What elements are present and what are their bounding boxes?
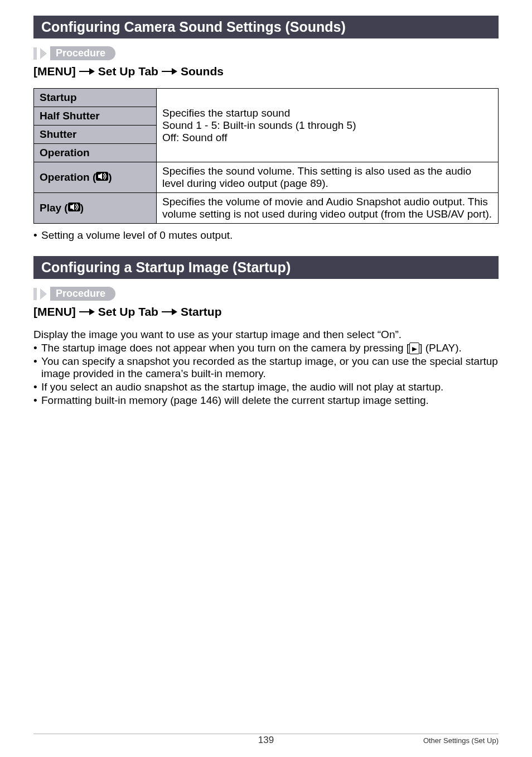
svg-marker-0: [40, 48, 47, 59]
menu-token: [MENU]: [33, 305, 76, 319]
bullet-list: • The startup image does not appear when…: [33, 342, 499, 407]
bullet-line: • The startup image does not appear when…: [33, 342, 499, 354]
bullet-dot: •: [33, 229, 41, 242]
table-row: Operation () Specifies the sound volume.…: [34, 162, 499, 193]
menu-token: Sounds: [181, 65, 224, 78]
menu-token: Startup: [181, 305, 222, 319]
accent-bar: [33, 288, 37, 300]
desc-line: Specifies the startup sound: [162, 107, 492, 119]
label-text: Play (: [40, 202, 68, 214]
text-frag: The startup image does not appear when y…: [41, 342, 409, 354]
procedure-label: Procedure: [50, 46, 115, 60]
label-text: Operation (: [40, 171, 96, 183]
chevron-right-icon: [40, 288, 47, 300]
bullet-line: • Formatting built-in memory (page 146) …: [33, 394, 499, 407]
row-label-half-shutter: Half Shutter: [34, 107, 157, 126]
bullet-line: • You can specify a snapshot you recorde…: [33, 355, 499, 380]
operation-volume-desc: Specifies the sound volume. This setting…: [157, 162, 499, 193]
menu-path-sounds: [MENU] Set Up Tab Sounds: [33, 65, 499, 78]
row-label-startup: Startup: [34, 89, 157, 107]
arrow-right-icon: [162, 65, 177, 78]
bullet-text: The startup image does not appear when y…: [41, 342, 462, 354]
menu-token: [MENU]: [33, 65, 76, 78]
svg-marker-11: [89, 308, 95, 315]
startup-intro: Display the image you want to use as you…: [33, 329, 499, 341]
menu-token: Set Up Tab: [98, 305, 158, 319]
sounds-table: Startup Specifies the startup sound Soun…: [33, 88, 499, 224]
row-label-shutter: Shutter: [34, 126, 157, 144]
accent-bar: [33, 47, 37, 60]
footer-section-label: Other Settings (Set Up): [423, 736, 499, 745]
text-frag: ] (PLAY).: [419, 342, 462, 354]
menu-path-startup: [MENU] Set Up Tab Startup: [33, 305, 499, 319]
page-footer: 139 Other Settings (Set Up): [33, 734, 499, 745]
bullet-text: If you select an audio snapshot as the s…: [41, 381, 443, 393]
desc-line: Sound 1 - 5: Built-in sounds (1 through …: [162, 119, 492, 132]
page-number: 139: [258, 735, 274, 746]
procedure-label: Procedure: [50, 287, 115, 301]
bullet-text: You can specify a snapshot you recorded …: [41, 355, 499, 380]
row-label-operation-volume: Operation (): [34, 162, 157, 193]
svg-marker-13: [172, 308, 177, 315]
bullet-line: • Setting a volume level of 0 mutes outp…: [33, 229, 499, 242]
bullet-dot: •: [33, 342, 41, 354]
bullet-line: • If you select an audio snapshot as the…: [33, 381, 499, 393]
chevron-right-icon: [40, 48, 47, 59]
svg-marker-4: [172, 68, 177, 75]
arrow-right-icon: [79, 65, 95, 78]
bullet-dot: •: [33, 381, 41, 393]
section-heading-sounds: Configuring Camera Sound Settings (Sound…: [33, 16, 499, 38]
svg-marker-2: [89, 68, 95, 75]
svg-marker-14: [412, 347, 417, 351]
arrow-right-icon: [79, 305, 95, 319]
volume-icon: [68, 202, 80, 214]
menu-token: Set Up Tab: [98, 65, 158, 78]
table-row: Startup Specifies the startup sound Soun…: [34, 89, 499, 107]
play-volume-desc: Specifies the volume of movie and Audio …: [157, 193, 499, 224]
bullet-text: Formatting built-in memory (page 146) wi…: [41, 394, 429, 407]
label-text: ): [108, 171, 112, 183]
startup-desc-cell: Specifies the startup sound Sound 1 - 5:…: [157, 89, 499, 162]
arrow-right-icon: [162, 305, 177, 319]
play-button-icon: [409, 343, 419, 354]
desc-line: Off: Sound off: [162, 132, 492, 144]
volume-icon: [96, 171, 108, 184]
svg-marker-9: [40, 288, 47, 300]
bullet-dot: •: [33, 355, 41, 380]
bullet-text: Setting a volume level of 0 mutes output…: [41, 229, 233, 242]
bullet-dot: •: [33, 394, 41, 407]
row-label-play-volume: Play (): [34, 193, 157, 224]
procedure-row: Procedure: [33, 46, 499, 60]
table-row: Play () Specifies the volume of movie an…: [34, 193, 499, 224]
label-text: ): [80, 202, 84, 214]
bullet-list: • Setting a volume level of 0 mutes outp…: [33, 229, 499, 242]
procedure-row: Procedure: [33, 287, 499, 301]
row-label-operation: Operation: [34, 144, 157, 162]
section-heading-startup: Configuring a Startup Image (Startup): [33, 256, 499, 279]
